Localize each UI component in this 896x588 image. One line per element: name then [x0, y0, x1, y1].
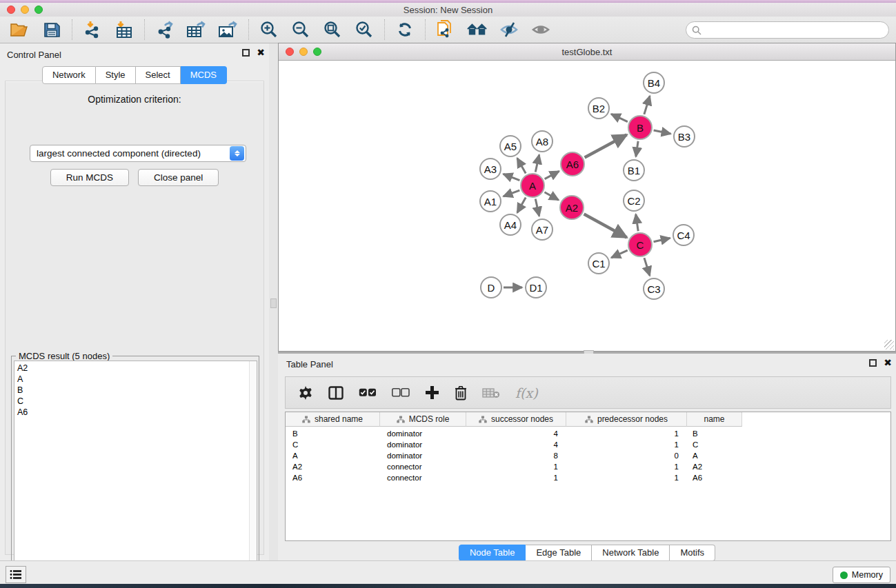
- graph-node-A2[interactable]: A2: [559, 195, 584, 220]
- table-cell[interactable]: A6: [286, 472, 380, 483]
- zoom-selected-icon[interactable]: [354, 20, 375, 39]
- result-scrollbar[interactable]: [249, 361, 257, 585]
- table-cell[interactable]: 1: [566, 428, 687, 439]
- graph-edge-B-B2[interactable]: [611, 114, 628, 121]
- task-history-button[interactable]: [6, 566, 26, 583]
- close-table-panel-icon[interactable]: ✖: [884, 359, 892, 367]
- column-view-icon[interactable]: [328, 383, 344, 403]
- graph-node-A[interactable]: A: [520, 173, 545, 198]
- graph-node-A6[interactable]: A6: [560, 152, 585, 176]
- column-header[interactable]: shared name: [286, 412, 380, 427]
- graph-edge-B-B4[interactable]: [644, 96, 650, 114]
- table-cell[interactable]: A2: [286, 461, 380, 472]
- table-cell[interactable]: A: [687, 450, 742, 461]
- node-table[interactable]: shared nameMCDS rolesuccessor nodesprede…: [285, 412, 891, 541]
- graph-edge-A-A4[interactable]: [517, 197, 526, 212]
- splitter-grip[interactable]: [270, 298, 277, 308]
- graph-edge-A2-C[interactable]: [584, 214, 627, 238]
- graph-node-B1[interactable]: B1: [623, 159, 645, 181]
- table-row[interactable]: Bdominator41B: [286, 428, 890, 439]
- table-cell[interactable]: 0: [566, 450, 687, 461]
- export-table-icon[interactable]: [186, 20, 207, 39]
- graph-node-C1[interactable]: C1: [588, 252, 610, 274]
- tab-style[interactable]: Style: [96, 66, 136, 84]
- table-cell[interactable]: B: [286, 428, 380, 439]
- table-cell[interactable]: 1: [466, 461, 566, 472]
- import-table-icon[interactable]: [114, 20, 135, 39]
- create-column-plus-icon[interactable]: [425, 383, 439, 403]
- save-session-icon[interactable]: [41, 20, 62, 39]
- show-all-icon[interactable]: [530, 20, 551, 39]
- criterion-dropdown[interactable]: largest connected component (directed): [30, 145, 246, 162]
- first-neighbors-icon[interactable]: [467, 20, 488, 39]
- network-canvas[interactable]: B4B2BB3A5A8A6A3B1AA1C2A2A4A7C4CC1C3DD1: [279, 61, 895, 351]
- column-header[interactable]: predecessor nodes: [566, 412, 687, 427]
- mcds-result-item[interactable]: B: [17, 385, 257, 396]
- graph-node-A8[interactable]: A8: [531, 130, 553, 152]
- table-cell[interactable]: B: [687, 428, 742, 439]
- float-table-panel-icon[interactable]: [869, 359, 877, 367]
- table-cell[interactable]: dominator: [380, 439, 466, 450]
- mcds-result-item[interactable]: A: [17, 374, 257, 385]
- select-all-columns-icon[interactable]: [359, 383, 377, 403]
- table-row[interactable]: A2connector11A2: [286, 461, 890, 472]
- graph-node-A3[interactable]: A3: [479, 158, 501, 180]
- mcds-result-item[interactable]: A6: [17, 407, 257, 418]
- graph-edge-A6-B[interactable]: [585, 134, 627, 157]
- graph-edge-A-A1[interactable]: [504, 190, 520, 196]
- column-header[interactable]: successor nodes: [466, 412, 566, 427]
- tab-network-table[interactable]: Network Table: [592, 545, 670, 561]
- table-cell[interactable]: 4: [466, 439, 566, 450]
- graph-edge-B-B3[interactable]: [654, 130, 671, 134]
- table-row[interactable]: A6connector11A6: [286, 472, 890, 483]
- open-session-icon[interactable]: [10, 20, 30, 39]
- table-cell[interactable]: 1: [566, 439, 687, 450]
- graph-edge-C-C2[interactable]: [636, 214, 638, 231]
- vertical-splitter[interactable]: [269, 43, 278, 560]
- refresh-icon[interactable]: [395, 20, 415, 39]
- graph-node-D1[interactable]: D1: [525, 276, 547, 298]
- graph-node-C2[interactable]: C2: [623, 190, 645, 212]
- table-cell[interactable]: 1: [566, 472, 687, 483]
- graph-node-B3[interactable]: B3: [673, 125, 695, 148]
- hide-selected-icon[interactable]: [499, 20, 519, 39]
- tab-network[interactable]: Network: [42, 66, 96, 84]
- export-image-icon[interactable]: [218, 20, 239, 39]
- graph-node-B4[interactable]: B4: [643, 72, 665, 94]
- export-network-icon[interactable]: [155, 20, 175, 39]
- delete-column-trash-icon[interactable]: [455, 383, 467, 403]
- table-row[interactable]: Cdominator41C: [286, 439, 890, 450]
- table-cell[interactable]: connector: [380, 461, 466, 472]
- search-input[interactable]: [705, 23, 888, 37]
- graph-edge-B-B1[interactable]: [636, 141, 638, 156]
- table-cell[interactable]: 1: [466, 472, 566, 483]
- graph-edge-A-A5[interactable]: [517, 158, 526, 173]
- table-cell[interactable]: C: [286, 439, 380, 450]
- run-mcds-button[interactable]: Run MCDS: [50, 169, 129, 186]
- zoom-in-icon[interactable]: [259, 20, 279, 39]
- graph-node-A1[interactable]: A1: [479, 190, 501, 212]
- tab-edge-table[interactable]: Edge Table: [526, 545, 592, 561]
- table-cell[interactable]: C: [687, 439, 742, 450]
- table-row[interactable]: Adominator80A: [286, 450, 890, 461]
- float-panel-icon[interactable]: [242, 49, 250, 57]
- graph-node-C3[interactable]: C3: [643, 278, 665, 300]
- table-cell[interactable]: 8: [466, 450, 566, 461]
- table-cell[interactable]: A6: [687, 472, 742, 483]
- new-network-from-selection-icon[interactable]: [435, 20, 456, 39]
- deselect-all-columns-icon[interactable]: [392, 383, 410, 403]
- graph-edge-C-C4[interactable]: [654, 238, 670, 241]
- tab-select[interactable]: Select: [136, 66, 181, 84]
- graph-edge-A-A7[interactable]: [535, 199, 539, 216]
- graph-node-C[interactable]: C: [628, 232, 653, 257]
- column-header[interactable]: MCDS role: [380, 412, 466, 427]
- graph-node-C4[interactable]: C4: [673, 224, 695, 246]
- graph-edge-C-C1[interactable]: [611, 250, 628, 258]
- tab-node-table[interactable]: Node Table: [459, 545, 526, 561]
- table-cell[interactable]: A: [286, 450, 380, 461]
- table-settings-gear-icon[interactable]: [298, 383, 313, 403]
- table-cell[interactable]: dominator: [380, 428, 466, 439]
- tab-motifs[interactable]: Motifs: [670, 545, 715, 561]
- table-cell[interactable]: dominator: [380, 450, 466, 461]
- import-network-icon[interactable]: [82, 20, 103, 39]
